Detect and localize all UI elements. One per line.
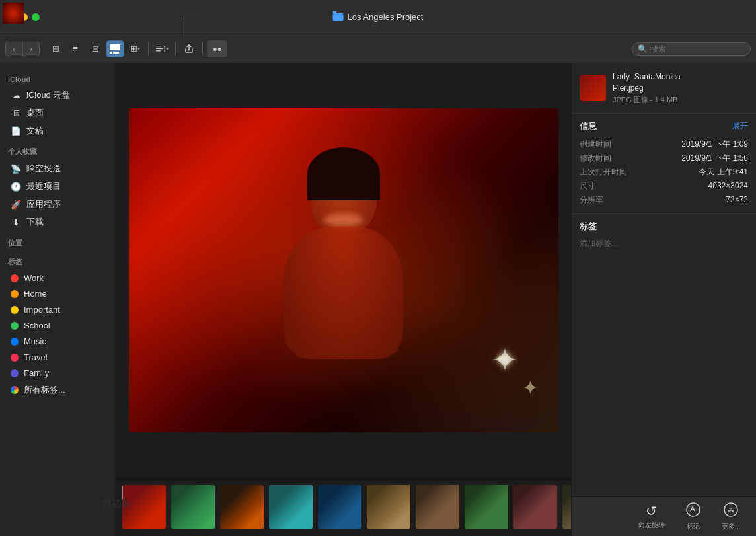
sidebar-item-label: 桌面 xyxy=(26,107,44,119)
sidebar-item-desktop[interactable]: 🖥 桌面 xyxy=(3,104,112,122)
icloud-section-title: iCloud xyxy=(0,69,115,86)
svg-point-11 xyxy=(724,503,737,516)
svg-rect-1 xyxy=(110,52,112,54)
info-title: 信息 xyxy=(580,120,597,132)
more-icon xyxy=(724,502,738,520)
search-icon: 🔍 xyxy=(638,44,648,54)
rotate-left-label: 向左旋转 xyxy=(638,521,665,530)
view-list-button[interactable]: ≡ xyxy=(66,40,85,57)
markup-button[interactable]: 标记 xyxy=(678,500,708,534)
tags-section: 标签 添加标签... xyxy=(572,214,756,256)
info-section: 信息 展开 创建时间 2019/9/1 下午 1:09 修改时间 2019/9/… xyxy=(572,114,756,214)
info-value-opened: 今天 上午9:41 xyxy=(699,167,748,178)
view-gallery-button[interactable] xyxy=(106,40,124,57)
expand-button[interactable]: 展开 xyxy=(732,120,748,132)
sidebar: iCloud ☁ iCloud 云盘 🖥 桌面 📄 文稿 个人收藏 📡 隔空投送… xyxy=(0,63,116,536)
sidebar-item-tag-music[interactable]: Music xyxy=(3,334,112,349)
svg-rect-6 xyxy=(156,50,161,52)
film-thumb-5[interactable] xyxy=(317,484,363,530)
info-row-dimensions: 尺寸 4032×3024 xyxy=(580,179,748,193)
info-row-resolution: 分辨率 72×72 xyxy=(580,193,748,207)
travel-tag-dot xyxy=(11,354,19,362)
film-thumb-6[interactable] xyxy=(365,484,412,530)
sidebar-item-documents[interactable]: 📄 文稿 xyxy=(3,122,112,139)
share-button[interactable] xyxy=(180,40,198,57)
sidebar-item-tag-family[interactable]: Family xyxy=(3,365,112,381)
film-thumb-2[interactable] xyxy=(170,484,216,530)
film-thumb-3[interactable] xyxy=(219,484,265,530)
sidebar-item-tag-travel[interactable]: Travel xyxy=(3,350,112,365)
filmstrip[interactable] xyxy=(116,477,571,536)
svg-rect-0 xyxy=(110,44,120,50)
info-value-dimensions: 4032×3024 xyxy=(708,181,748,190)
sidebar-item-applications[interactable]: 🚀 应用程序 xyxy=(3,196,112,213)
tag-label: School xyxy=(24,321,50,330)
info-label-dimensions: 尺寸 xyxy=(580,180,595,192)
tag-button[interactable]: ●● xyxy=(207,40,227,57)
file-header: Lady_SantaMonicaPier.jpeg JPEG 图像 - 1.4 … xyxy=(572,63,756,114)
info-label-resolution: 分辨率 xyxy=(580,194,603,206)
sidebar-item-recents[interactable]: 🕐 最近项目 xyxy=(3,178,112,195)
folder-icon xyxy=(333,13,344,21)
svg-rect-3 xyxy=(116,52,119,54)
film-thumb-1[interactable] xyxy=(121,484,167,530)
documents-icon: 📄 xyxy=(11,126,21,136)
sidebar-item-label: 隔空投送 xyxy=(26,163,61,174)
window-title: Los Angeles Project xyxy=(333,12,424,22)
info-value-created: 2019/9/1 下午 1:09 xyxy=(681,139,748,150)
toolbar-view-icons: ⊞ ≡ ⊟ ⊞▾ ▾ xyxy=(46,40,630,57)
film-thumb-10[interactable] xyxy=(561,484,571,530)
sidebar-item-label: 最近项目 xyxy=(26,180,61,192)
sidebar-item-label: 下载 xyxy=(26,216,44,228)
info-label-modified: 修改时间 xyxy=(580,153,611,164)
film-thumb-9[interactable] xyxy=(512,484,558,530)
sidebar-item-tag-school[interactable]: School xyxy=(3,318,112,333)
tags-placeholder[interactable]: 添加标签... xyxy=(580,238,748,249)
tags-title: 标签 xyxy=(580,221,748,233)
more-button[interactable]: 更多... xyxy=(714,500,748,534)
toolbar-separator-2 xyxy=(175,42,176,56)
search-input[interactable] xyxy=(650,44,743,54)
sidebar-item-label: 文稿 xyxy=(26,125,44,137)
toolbar-right: 🔍 xyxy=(632,42,751,56)
downloads-icon: ⬇ xyxy=(11,217,21,227)
file-name: Lady_SantaMonicaPier.jpeg xyxy=(613,71,681,94)
nav-forward-button[interactable]: › xyxy=(22,42,40,56)
svg-rect-2 xyxy=(113,52,116,54)
rotate-left-icon: ↺ xyxy=(646,503,657,519)
sidebar-item-tag-home[interactable]: Home xyxy=(3,286,112,301)
search-box[interactable]: 🔍 xyxy=(632,42,751,56)
sort-button[interactable]: ▾ xyxy=(153,40,171,57)
sidebar-item-airdrop[interactable]: 📡 隔空投送 xyxy=(3,160,112,177)
airdrop-icon: 📡 xyxy=(11,163,21,174)
view-columns-button[interactable]: ⊟ xyxy=(86,40,104,57)
rotate-left-button[interactable]: ↺ 向左旋转 xyxy=(630,500,673,533)
sidebar-item-tag-work[interactable]: Work xyxy=(3,270,112,286)
sidebar-item-label: iCloud 云盘 xyxy=(26,89,70,101)
nav-back-button[interactable]: ‹ xyxy=(5,42,22,56)
view-extra-button[interactable]: ⊞▾ xyxy=(126,40,144,57)
svg-point-12 xyxy=(728,510,730,512)
nav-group: ‹ › xyxy=(5,42,40,56)
film-thumb-4[interactable] xyxy=(268,484,314,530)
content-area: ✦ ✦ ✦ xyxy=(116,63,571,536)
file-info: Lady_SantaMonicaPier.jpeg JPEG 图像 - 1.4 … xyxy=(613,71,681,105)
toolbar-separator-3 xyxy=(202,42,203,56)
main-image: ✦ ✦ ✦ xyxy=(129,108,558,432)
sidebar-item-label: 应用程序 xyxy=(26,198,61,210)
all-tags-dot xyxy=(11,386,19,394)
tag-label: Important xyxy=(24,305,60,315)
sidebar-item-all-tags[interactable]: 所有标签... xyxy=(3,381,112,399)
sidebar-item-icloud-drive[interactable]: ☁ iCloud 云盘 xyxy=(3,87,112,104)
right-panel: Lady_SantaMonicaPier.jpeg JPEG 图像 - 1.4 … xyxy=(571,63,756,536)
view-icon-button[interactable]: ⊞ xyxy=(46,40,65,57)
film-thumb-7[interactable] xyxy=(414,484,461,530)
tag-label: Music xyxy=(24,336,46,346)
sidebar-item-tag-important[interactable]: Important xyxy=(3,302,112,317)
tag-label: Family xyxy=(24,368,49,378)
maximize-button[interactable] xyxy=(32,13,40,21)
sidebar-item-downloads[interactable]: ⬇ 下载 xyxy=(3,213,112,231)
info-section-header: 信息 展开 xyxy=(580,120,748,132)
film-thumb-8[interactable] xyxy=(463,484,510,530)
svg-marker-8 xyxy=(164,51,165,52)
